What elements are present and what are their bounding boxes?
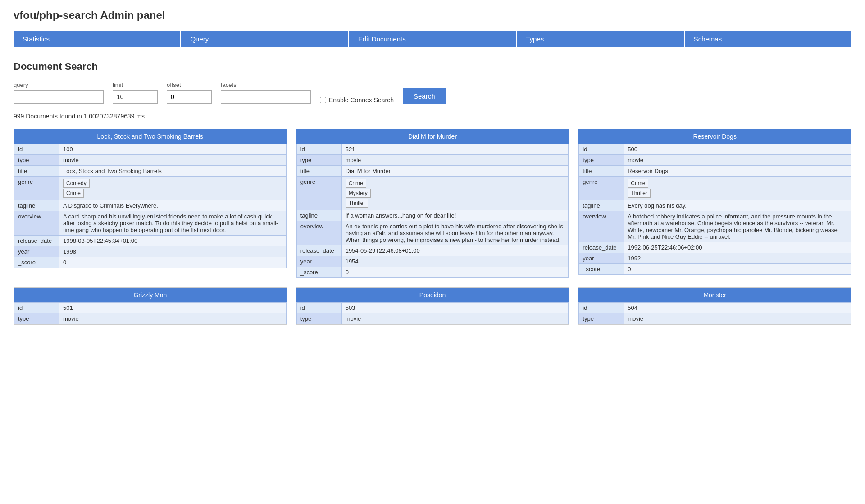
field-label: type (14, 155, 59, 166)
table-row: year1998 (14, 246, 287, 257)
nav-tab-statistics[interactable]: Statistics (14, 31, 180, 47)
facets-label: facets (221, 82, 311, 88)
field-value: CrimeMysteryThriller (341, 177, 569, 210)
query-input[interactable] (14, 90, 104, 104)
nav-tab-edit-documents[interactable]: Edit Documents (349, 31, 516, 47)
field-value: 100 (59, 144, 287, 155)
nav-tab-query[interactable]: Query (181, 31, 348, 47)
table-row: id503 (296, 303, 569, 313)
doc-card: Lock, Stock and Two Smoking Barrelsid100… (14, 129, 287, 278)
field-value: ComedyCrime (59, 177, 287, 200)
field-label: id (296, 144, 341, 155)
field-value: 1954 (341, 256, 569, 267)
field-label: overview (14, 211, 59, 236)
table-row: genreCrimeThriller (579, 177, 851, 200)
field-label: overview (579, 211, 624, 242)
table-row: overviewA botched robbery indicates a po… (579, 211, 851, 242)
limit-input[interactable] (113, 90, 158, 104)
limit-group: limit (113, 82, 158, 104)
doc-card-title: Lock, Stock and Two Smoking Barrels (14, 129, 287, 144)
table-row: genreCrimeMysteryThriller (296, 177, 569, 210)
field-label: id (296, 303, 341, 313)
field-value: CrimeThriller (624, 177, 851, 200)
table-row: id521 (296, 144, 569, 155)
field-value: 1954-05-29T22:46:08+01:00 (341, 245, 569, 256)
table-row: taglineIf a woman answers...hang on for … (296, 210, 569, 221)
offset-group: offset (167, 82, 212, 104)
field-label: genre (14, 177, 59, 200)
field-label: id (14, 303, 59, 313)
doc-card-title: Reservoir Dogs (578, 129, 851, 144)
field-value: 1998-03-05T22:45:34+01:00 (59, 236, 287, 246)
field-label: year (14, 246, 59, 257)
query-label: query (14, 82, 104, 88)
offset-input[interactable] (167, 90, 212, 104)
field-value: An ex-tennis pro carries out a plot to h… (341, 221, 569, 245)
doc-table: id521typemovietitleDial M for Murdergenr… (296, 144, 569, 278)
field-value: movie (59, 313, 287, 324)
table-row: _score0 (579, 264, 851, 275)
field-label: id (14, 144, 59, 155)
genre-tag: Crime (346, 179, 366, 188)
search-form: query limit offset facets Enable Connex … (14, 82, 851, 104)
doc-card: Grizzly Manid501typemovie (14, 287, 287, 325)
doc-card-title: Poseidon (296, 288, 569, 302)
search-button[interactable]: Search (403, 88, 446, 104)
field-label: title (296, 166, 341, 177)
table-row: release_date1998-03-05T22:45:34+01:00 (14, 236, 287, 246)
field-value: 1998 (59, 246, 287, 257)
field-value: If a woman answers...hang on for dear li… (341, 210, 569, 221)
field-value: Dial M for Murder (341, 166, 569, 177)
table-row: typemovie (14, 313, 287, 324)
table-row: id501 (14, 303, 287, 313)
field-label: type (296, 313, 341, 324)
table-row: overviewAn ex-tennis pro carries out a p… (296, 221, 569, 245)
page-wrapper: vfou/php-search Admin panel StatisticsQu… (0, 0, 865, 334)
genre-tag: Mystery (346, 189, 371, 198)
facets-group: facets (221, 82, 311, 104)
offset-label: offset (167, 82, 212, 88)
limit-label: limit (113, 82, 158, 88)
doc-table: id100typemovietitleLock, Stock and Two S… (14, 144, 287, 268)
facets-input[interactable] (221, 90, 311, 104)
field-value: A botched robbery indicates a police inf… (624, 211, 851, 242)
page-title: vfou/php-search Admin panel (14, 9, 851, 22)
table-row: overviewA card sharp and his unwillingly… (14, 211, 287, 236)
doc-card: Reservoir Dogsid500typemovietitleReservo… (578, 129, 851, 278)
table-row: year1992 (579, 253, 851, 264)
field-label: genre (579, 177, 624, 200)
table-row: _score0 (14, 257, 287, 268)
field-value: 500 (624, 144, 851, 155)
table-row: release_date1992-06-25T22:46:06+02:00 (579, 242, 851, 253)
field-value: 503 (341, 303, 569, 313)
doc-card: Dial M for Murderid521typemovietitleDial… (296, 129, 569, 278)
field-value: Lock, Stock and Two Smoking Barrels (59, 166, 287, 177)
table-row: year1954 (296, 256, 569, 267)
table-row: typemovie (296, 155, 569, 166)
genre-tag: Thriller (346, 199, 369, 208)
table-row: id500 (579, 144, 851, 155)
field-value: A card sharp and his unwillingly-enliste… (59, 211, 287, 236)
nav-tab-types[interactable]: Types (517, 31, 683, 47)
table-row: titleLock, Stock and Two Smoking Barrels (14, 166, 287, 177)
field-value: movie (624, 155, 851, 166)
doc-card-title: Grizzly Man (14, 288, 287, 302)
table-row: taglineEvery dog has his day. (579, 200, 851, 211)
field-value: movie (59, 155, 287, 166)
field-label: type (14, 313, 59, 324)
field-label: _score (579, 264, 624, 275)
genre-tag: Crime (628, 179, 648, 188)
doc-table: id500typemovietitleReservoir DogsgenreCr… (578, 144, 851, 275)
doc-card: Monsterid504typemovie (578, 287, 851, 325)
field-label: tagline (14, 200, 59, 211)
field-value: Every dog has his day. (624, 200, 851, 211)
field-value: 521 (341, 144, 569, 155)
connex-checkbox[interactable] (320, 97, 326, 103)
nav-tab-schemas[interactable]: Schemas (685, 31, 851, 47)
genre-tag: Crime (63, 189, 84, 198)
field-label: type (579, 313, 624, 324)
field-value: 504 (624, 303, 851, 313)
table-row: _score0 (296, 267, 569, 278)
table-row: genreComedyCrime (14, 177, 287, 200)
field-value: Reservoir Dogs (624, 166, 851, 177)
